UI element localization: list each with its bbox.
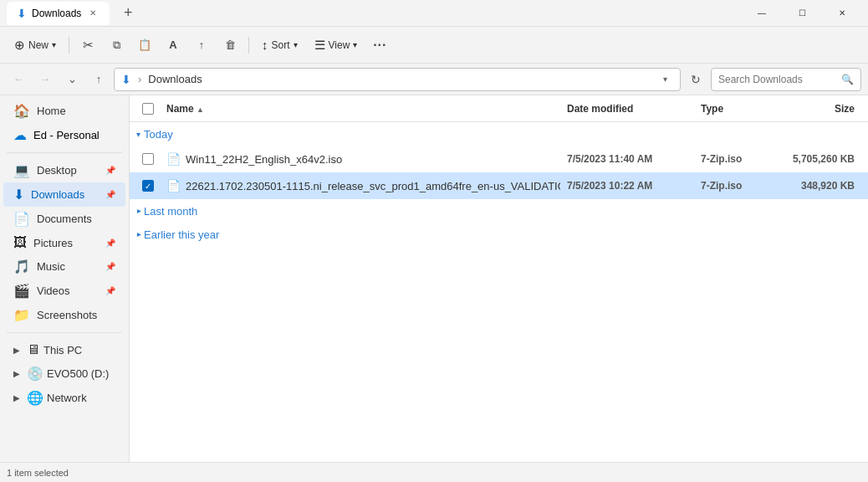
refresh-button[interactable]: ↻ — [684, 68, 707, 91]
group-earlier-this-year[interactable]: ▾ Earlier this year — [130, 223, 868, 246]
new-button[interactable]: ⊕ New ▾ — [7, 33, 64, 57]
sidebar-item-evo500[interactable]: ▶ 💿 EVO500 (D:) — [0, 362, 129, 386]
sidebar-label-music: Music — [37, 260, 99, 273]
forward-button[interactable]: → — [33, 68, 57, 91]
search-box[interactable]: 🔍 — [711, 68, 861, 91]
sidebar-item-music[interactable]: 🎵 Music 📌 — [3, 254, 125, 279]
file1-name-cell: 📄 Win11_22H2_English_x64v2.iso — [160, 152, 560, 166]
sidebar-item-documents[interactable]: 📄 Documents — [3, 207, 125, 231]
copy-button[interactable]: ⧉ — [103, 32, 130, 59]
sidebar-item-ed-personal[interactable]: ☁ Ed - Personal — [3, 123, 125, 147]
downloads-icon: ⬇ — [13, 187, 24, 203]
tab-download-icon: ⬇ — [17, 7, 27, 20]
cloud-icon: ☁ — [13, 127, 27, 143]
screenshots-icon: 📁 — [13, 307, 30, 323]
sidebar: 🏠 Home ☁ Ed - Personal 💻 Desktop 📌 ⬇ Dow… — [0, 95, 130, 462]
sidebar-label-network: Network — [47, 392, 87, 404]
address-bar[interactable]: ⬇ › Downloads ▾ — [114, 68, 681, 91]
file1-type: 7-Zip.iso — [694, 153, 778, 165]
paste-button[interactable]: 📋 — [131, 32, 158, 59]
address-bar-icon: ⬇ — [121, 73, 131, 86]
tab-downloads[interactable]: ⬇ Downloads ✕ — [7, 2, 110, 25]
cut-button[interactable]: ✂ — [74, 32, 101, 59]
today-expand-icon: ▾ — [136, 130, 140, 139]
delete-button[interactable]: 🗑 — [217, 32, 243, 59]
today-label: Today — [144, 128, 173, 141]
sidebar-item-videos[interactable]: 🎬 Videos 📌 — [3, 279, 125, 303]
group-today[interactable]: ▾ Today — [130, 122, 868, 146]
sidebar-item-screenshots[interactable]: 📁 Screenshots — [3, 303, 125, 327]
up-button[interactable]: ↑ — [87, 68, 110, 91]
search-icon: 🔍 — [841, 74, 854, 85]
sidebar-divider-2 — [7, 332, 122, 333]
view-chevron-icon: ▾ — [353, 40, 357, 49]
sidebar-label-ed-personal: Ed - Personal — [33, 129, 115, 141]
desktop-icon: 💻 — [13, 162, 30, 178]
videos-pin-icon: 📌 — [105, 286, 115, 295]
share-button[interactable]: ↑ — [188, 32, 215, 59]
this-pc-icon: 🖥 — [27, 342, 40, 357]
downloads-pin-icon: 📌 — [105, 190, 115, 199]
file2-size: 348,920 KB — [778, 180, 861, 192]
maximize-button[interactable]: ☐ — [783, 0, 821, 27]
file-area: Name ▲ Date modified Type Size ▾ Today — [130, 95, 868, 462]
sidebar-label-pictures: Pictures — [33, 237, 99, 249]
file1-checkbox[interactable] — [142, 153, 154, 165]
expand-button[interactable]: ⌄ — [60, 68, 84, 91]
tab-label: Downloads — [32, 8, 81, 19]
file2-icon: 📄 — [166, 179, 181, 192]
sidebar-item-this-pc[interactable]: ▶ 🖥 This PC — [0, 338, 129, 362]
header-name[interactable]: Name ▲ — [160, 103, 560, 115]
sidebar-item-network[interactable]: ▶ 🌐 Network — [0, 386, 129, 410]
header-checkbox-col — [136, 103, 160, 115]
delete-icon: 🗑 — [225, 38, 236, 51]
evo500-expand-icon: ▶ — [10, 367, 23, 381]
toolbar-separator-2 — [248, 37, 249, 54]
address-bar-chevron-icon[interactable]: ▾ — [656, 71, 673, 88]
file2-checkbox[interactable]: ✓ — [142, 180, 154, 192]
close-button[interactable]: ✕ — [823, 0, 861, 27]
sidebar-item-pictures[interactable]: 🖼 Pictures 📌 — [3, 231, 125, 254]
header-checkbox[interactable] — [142, 103, 154, 115]
header-date[interactable]: Date modified — [560, 103, 694, 115]
back-button[interactable]: ← — [7, 68, 30, 91]
view-icon: ☰ — [314, 38, 325, 53]
sidebar-item-home[interactable]: 🏠 Home — [3, 99, 125, 123]
file1-size: 5,705,260 KB — [778, 153, 861, 165]
sidebar-label-videos: Videos — [37, 285, 99, 297]
tab-close-button[interactable]: ✕ — [86, 7, 100, 20]
view-button[interactable]: ☰ View ▾ — [307, 33, 365, 57]
table-row[interactable]: ✓ 📄 22621.1702.230501-1115.ni_release_sv… — [130, 172, 868, 199]
minimize-button[interactable]: — — [743, 0, 781, 27]
file2-type: 7-Zip.iso — [694, 180, 778, 192]
search-input[interactable] — [718, 74, 838, 85]
group-last-month[interactable]: ▾ Last month — [130, 199, 868, 223]
sort-chevron-icon: ▾ — [294, 40, 298, 49]
rename-button[interactable]: A — [160, 32, 186, 59]
file-list-header: Name ▲ Date modified Type Size — [130, 95, 868, 122]
copy-icon: ⧉ — [113, 38, 120, 52]
share-icon: ↑ — [199, 38, 205, 51]
sidebar-item-downloads[interactable]: ⬇ Downloads 📌 — [3, 182, 125, 207]
add-tab-button[interactable]: + — [116, 2, 140, 25]
sidebar-item-desktop[interactable]: 💻 Desktop 📌 — [3, 158, 125, 182]
last-month-expand-icon: ▾ — [134, 209, 143, 213]
file2-name: 22621.1702.230501-1115.ni_release_svc_pr… — [186, 180, 560, 192]
new-chevron-icon: ▾ — [52, 40, 56, 49]
documents-icon: 📄 — [13, 211, 30, 227]
more-button[interactable]: ··· — [366, 32, 393, 59]
name-sort-icon: ▲ — [197, 105, 204, 114]
sidebar-label-desktop: Desktop — [37, 164, 99, 177]
toolbar: ⊕ New ▾ ✂ ⧉ 📋 A ↑ 🗑 ↕ Sort ▾ ☰ View ▾ ··… — [0, 27, 868, 64]
view-label: View — [329, 39, 350, 51]
toolbar-separator-1 — [69, 37, 69, 54]
sort-button[interactable]: ↕ Sort ▾ — [254, 33, 305, 56]
header-type[interactable]: Type — [694, 103, 778, 115]
address-bar-separator: › — [138, 73, 141, 85]
file2-date: 7/5/2023 10:22 AM — [560, 180, 694, 192]
table-row[interactable]: 📄 Win11_22H2_English_x64v2.iso 7/5/2023 … — [130, 146, 868, 172]
header-size[interactable]: Size — [778, 103, 861, 115]
pictures-icon: 🖼 — [13, 235, 27, 250]
sidebar-label-screenshots: Screenshots — [37, 309, 115, 321]
main-area: 🏠 Home ☁ Ed - Personal 💻 Desktop 📌 ⬇ Dow… — [0, 95, 868, 462]
